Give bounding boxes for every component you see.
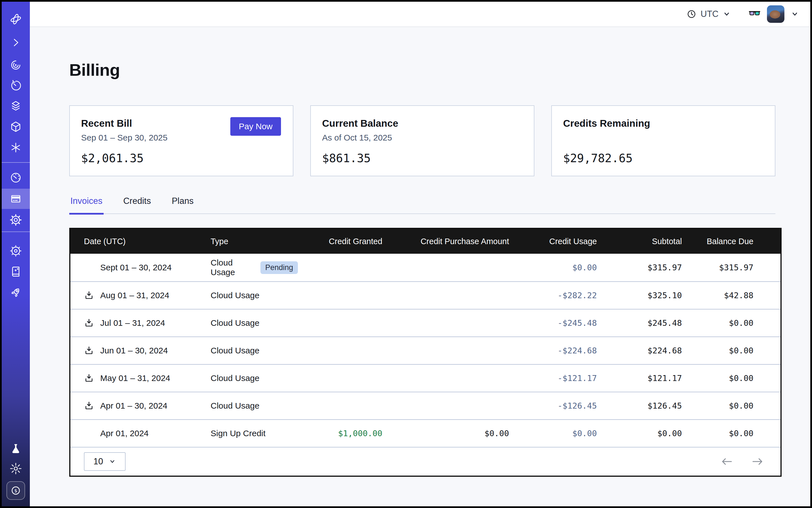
cell-balance-due: $42.88	[682, 291, 754, 300]
cell-subtotal: $325.10	[597, 291, 682, 300]
recent-bill-card: Recent Bill Sep 01 – Sep 30, 2025 $2,061…	[69, 105, 293, 176]
tab-label: Invoices	[71, 196, 102, 206]
cell-balance-due: $0.00	[682, 346, 754, 355]
cell-credit-purchase: $0.00	[382, 429, 509, 438]
download-invoice-button[interactable]	[84, 345, 100, 356]
layers-icon[interactable]	[2, 96, 30, 116]
cell-balance-due: $315.97	[682, 263, 754, 272]
cell-credit-usage: $0.00	[509, 429, 597, 438]
invoice-date: Jun 01 – 30, 2024	[100, 346, 168, 355]
cell-credit-usage: $0.00	[509, 263, 597, 272]
orbit-logo-icon[interactable]	[2, 9, 30, 29]
flask-icon[interactable]	[2, 439, 30, 459]
glasses-icon[interactable]	[749, 7, 761, 21]
table-row: Apr 01 – 30, 2024 Cloud Usage -$126.45 $…	[71, 392, 780, 419]
prev-page-arrow-icon[interactable]	[720, 455, 733, 468]
dollar-badge-icon[interactable]: $	[2, 480, 30, 501]
invoice-date: Jul 01 – 31, 2024	[100, 318, 165, 328]
invoices-table: Date (UTC)TypeCredit GrantedCredit Purch…	[69, 228, 781, 477]
invoice-date: Apr 01, 2024	[100, 429, 149, 438]
table-row: Apr 01, 2024 Sign Up Credit $1,000.00 $0…	[71, 419, 780, 447]
cell-balance-due: $0.00	[682, 373, 754, 383]
brightness-sun-icon[interactable]	[2, 458, 30, 479]
column-header: Credit Usage	[509, 237, 597, 246]
chevron-down-icon	[722, 10, 731, 18]
tab-label: Plans	[172, 196, 194, 206]
spiral-icon[interactable]	[2, 55, 30, 75]
sidebar-divider	[2, 162, 30, 163]
settings-gear-icon[interactable]	[2, 210, 30, 230]
download-invoice-button[interactable]	[84, 318, 100, 328]
chevron-down-icon	[109, 458, 116, 465]
cell-subtotal: $224.68	[597, 346, 682, 355]
timezone-selector[interactable]: UTC	[686, 9, 731, 19]
column-header: Balance Due	[682, 237, 754, 246]
card-amount: $861.35	[322, 152, 522, 165]
page-size-value: 10	[93, 457, 103, 467]
invoice-date: Sept 01 – 30, 2024	[100, 263, 172, 272]
invoice-date: May 01 – 31, 2024	[100, 373, 170, 383]
tab-label: Credits	[123, 196, 151, 206]
cell-credit-usage: -$282.22	[509, 291, 597, 300]
chevron-right-icon[interactable]	[2, 32, 30, 53]
timezone-label: UTC	[700, 9, 719, 19]
cell-credit-usage: -$245.48	[509, 318, 597, 328]
page-size-select[interactable]: 10	[84, 452, 126, 471]
status-badge: Pending	[260, 261, 298, 274]
table-row: May 01 – 31, 2024 Cloud Usage -$121.17 $…	[71, 364, 780, 392]
credits-remaining-card: Credits Remaining $29,782.65	[551, 105, 775, 176]
cell-subtotal: $126.45	[597, 401, 682, 411]
tab-plans[interactable]: Plans	[171, 196, 195, 213]
card-amount: $29,782.65	[563, 152, 764, 165]
sidebar-divider	[2, 231, 30, 232]
billing-page: $ UTC Billing Recent Bill Sep 01 – Sep 3…	[0, 0, 812, 508]
main-content: Billing Recent Bill Sep 01 – Sep 30, 202…	[30, 27, 810, 506]
sidebar: $	[2, 2, 30, 506]
next-page-arrow-icon[interactable]	[751, 455, 764, 468]
card-title: Current Balance	[322, 118, 522, 129]
cell-subtotal: $315.97	[597, 263, 682, 272]
tabs: InvoicesCreditsPlans	[69, 196, 775, 214]
gauge-icon[interactable]	[2, 168, 30, 188]
table-row: Jun 01 – 30, 2024 Cloud Usage -$224.68 $…	[71, 337, 780, 364]
page-title: Billing	[69, 60, 120, 80]
cell-balance-due: $0.00	[682, 318, 754, 328]
invoice-type: Cloud Usage	[211, 318, 259, 328]
invoice-type: Cloud Usage	[211, 258, 255, 277]
download-invoice-button[interactable]	[84, 373, 100, 383]
column-header: Subtotal	[597, 237, 682, 246]
invoice-date: Aug 01 – 31, 2024	[100, 291, 169, 300]
download-invoice-button[interactable]	[84, 290, 100, 300]
download-invoice-button[interactable]	[84, 401, 100, 411]
asterisk-icon[interactable]	[2, 137, 30, 158]
cell-credit-usage: -$121.17	[509, 373, 597, 383]
cell-subtotal: $0.00	[597, 429, 682, 438]
table-body: Sept 01 – 30, 2024 Cloud Usage Pending $…	[71, 254, 780, 447]
invoice-type: Sign Up Credit	[211, 429, 265, 438]
history-icon[interactable]	[2, 76, 30, 96]
rocket-icon[interactable]	[2, 282, 30, 302]
docs-book-icon[interactable]	[2, 261, 30, 282]
table-row: Sept 01 – 30, 2024 Cloud Usage Pending $…	[71, 254, 780, 281]
invoice-type: Cloud Usage	[211, 346, 259, 355]
summary-cards: Recent Bill Sep 01 – Sep 30, 2025 $2,061…	[69, 105, 775, 176]
cell-credit-granted: $1,000.00	[298, 429, 382, 438]
cell-balance-due: $0.00	[682, 401, 754, 411]
pay-now-button[interactable]: Pay Now	[230, 117, 281, 136]
column-header: Type	[211, 237, 298, 246]
billing-card-icon[interactable]	[2, 189, 30, 209]
helm-wheel-icon[interactable]	[2, 241, 30, 261]
topbar: UTC	[30, 2, 810, 27]
cube-icon[interactable]	[2, 117, 30, 137]
column-header: Credit Granted	[298, 237, 382, 246]
tab-credits[interactable]: Credits	[122, 196, 152, 213]
user-avatar[interactable]	[767, 5, 784, 23]
tab-invoices[interactable]: Invoices	[69, 196, 103, 213]
chevron-down-icon[interactable]	[790, 10, 799, 18]
column-header: Date (UTC)	[84, 237, 211, 246]
pagination: 10	[71, 447, 780, 476]
cell-subtotal: $245.48	[597, 318, 682, 328]
card-subtitle: As of Oct 15, 2025	[322, 133, 522, 143]
table-header-row: Date (UTC)TypeCredit GrantedCredit Purch…	[71, 229, 780, 254]
cell-credit-usage: -$224.68	[509, 346, 597, 355]
